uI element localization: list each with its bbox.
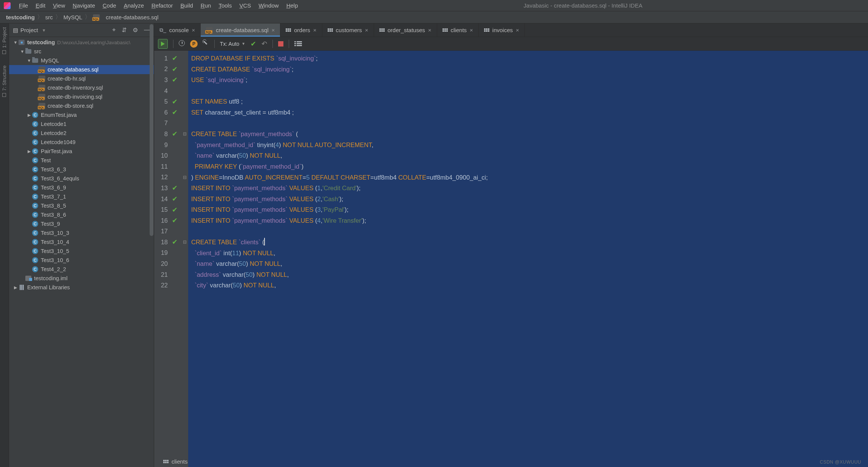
project-tool-tab[interactable]: 1: Project <box>2 27 7 54</box>
chevron-right-icon: 〉 <box>85 13 91 21</box>
tree-file-create-db-store.sql[interactable]: create-db-store.sql <box>9 101 154 110</box>
chevron-down-icon[interactable]: ▼ <box>42 28 46 33</box>
plan-pill[interactable]: P <box>190 40 198 48</box>
tree-class-Leetcode2[interactable]: CLeetcode2 <box>9 129 154 138</box>
tree-file-create-databases.sql[interactable]: create-databases.sql <box>9 65 154 74</box>
menu-tools[interactable]: Tools <box>215 1 235 10</box>
chevron-right-icon: 〉 <box>37 13 43 21</box>
breadcrumb-item[interactable]: src <box>44 14 54 20</box>
status-context: clients <box>163 456 188 466</box>
tab-invoices[interactable]: invoices× <box>479 23 525 37</box>
tree-iml[interactable]: testcoding.iml <box>9 274 154 283</box>
tree-mysql[interactable]: ▼MySQL <box>9 56 154 65</box>
project-tree[interactable]: ▼testcodingD:\wuxu\JaveLearing\Javabasic… <box>9 37 154 467</box>
gear-icon[interactable]: ⚙ <box>133 26 138 34</box>
breadcrumb-file[interactable]: create-databases.sql <box>91 14 160 20</box>
close-icon[interactable]: × <box>516 27 519 33</box>
project-panel-title[interactable]: Project <box>20 27 38 33</box>
tree-class-PairTest.java[interactable]: ▶CPairTest.java <box>9 147 154 156</box>
tree-file-create-db-invoicing.sql[interactable]: create-db-invoicing.sql <box>9 92 154 101</box>
tree-class-Test3_10_3[interactable]: CTest3_10_3 <box>9 228 154 237</box>
tree-external[interactable]: ▶External Libraries <box>9 283 154 292</box>
menu-help[interactable]: Help <box>283 1 302 10</box>
table-icon <box>328 28 333 32</box>
breadcrumb-item[interactable]: MySQL <box>62 14 84 20</box>
close-icon[interactable]: × <box>470 27 473 33</box>
menu-navigate[interactable]: Navigate <box>69 1 99 10</box>
tree-class-Test3_10_5[interactable]: CTest3_10_5 <box>9 247 154 256</box>
console-icon: ⧉_ <box>159 27 166 33</box>
left-tool-tab-strip: 1: Project 7: Structure <box>0 23 9 467</box>
close-icon[interactable]: × <box>428 27 432 33</box>
close-icon[interactable]: × <box>313 27 317 33</box>
breadcrumb: testcoding 〉 src 〉 MySQL 〉 create-databa… <box>0 11 868 23</box>
menu-code[interactable]: Code <box>99 1 120 10</box>
tree-file-create-db-inventory.sql[interactable]: create-db-inventory.sql <box>9 83 154 92</box>
project-view-icon: ▤ <box>13 27 18 34</box>
tx-mode-dropdown[interactable]: Tx: Auto▼ <box>220 41 245 47</box>
tab-order_statuses[interactable]: order_statuses× <box>374 23 437 37</box>
code-lines[interactable]: DROP DATABASE IF EXISTS `sql_invoicing`;… <box>188 51 868 467</box>
breadcrumb-root[interactable]: testcoding <box>5 14 36 20</box>
tab-customers[interactable]: customers× <box>322 23 374 37</box>
rows-icon[interactable] <box>294 41 302 46</box>
close-icon[interactable]: × <box>365 27 368 33</box>
scrollbar[interactable] <box>149 23 154 467</box>
tree-class-Test3_6_4equls[interactable]: CTest3_6_4equls <box>9 174 154 183</box>
menu-refactor[interactable]: Refactor <box>148 1 177 10</box>
history-icon[interactable] <box>179 40 185 47</box>
editor-tabs: ⧉_console×create-databases.sql×orders×cu… <box>154 23 868 37</box>
run-button[interactable] <box>158 39 168 49</box>
rollback-icon[interactable]: ↶ <box>261 40 267 48</box>
structure-tool-tab[interactable]: 7: Structure <box>2 65 7 97</box>
tree-class-Leetcode1049[interactable]: CLeetcode1049 <box>9 138 154 147</box>
tab-orders[interactable]: orders× <box>280 23 322 37</box>
tree-class-Leetcode1[interactable]: CLeetcode1 <box>9 119 154 129</box>
tree-src[interactable]: ▼src <box>9 47 154 56</box>
menu-analyze[interactable]: Analyze <box>120 1 147 10</box>
app-icon <box>4 2 11 9</box>
editor-toolbar: P Tx: Auto▼ ✔ ↶ <box>154 37 868 51</box>
menu-edit[interactable]: Edit <box>32 1 49 10</box>
close-icon[interactable]: × <box>272 27 275 33</box>
tree-class-Test3_8_5[interactable]: CTest3_8_5 <box>9 201 154 210</box>
tree-class-Test4_2_2[interactable]: CTest4_2_2 <box>9 265 154 274</box>
tab-clients[interactable]: clients× <box>437 23 479 37</box>
close-icon[interactable]: × <box>192 27 195 33</box>
tree-class-Test3_6_9[interactable]: CTest3_6_9 <box>9 183 154 192</box>
tab-create-databases.sql[interactable]: create-databases.sql× <box>201 23 280 37</box>
locate-icon[interactable]: ⌖ <box>112 26 116 34</box>
wrench-icon[interactable] <box>203 40 209 47</box>
tree-file-create-db-hr.sql[interactable]: create-db-hr.sql <box>9 74 154 83</box>
tree-class-Test3_7_1[interactable]: CTest3_7_1 <box>9 192 154 201</box>
tab-console[interactable]: ⧉_console× <box>154 23 201 37</box>
menu-view[interactable]: View <box>49 1 69 10</box>
tree-class-Test3_10_4[interactable]: CTest3_10_4 <box>9 237 154 247</box>
fold-strip[interactable]: ⊟⊟⊟ <box>181 51 188 467</box>
sql-file-icon <box>93 14 100 20</box>
collapse-icon[interactable]: ⇵ <box>122 26 127 34</box>
tree-class-Test3_6_3[interactable]: CTest3_6_3 <box>9 165 154 174</box>
table-icon <box>443 28 448 32</box>
tree-root[interactable]: ▼testcodingD:\wuxu\JaveLearing\Javabasic… <box>9 38 154 47</box>
table-icon <box>163 460 169 463</box>
code-editor[interactable]: 1✔2✔3✔45✔6✔78✔910111213✔14✔15✔16✔1718✔19… <box>154 51 868 467</box>
tree-class-Test3_8_6[interactable]: CTest3_8_6 <box>9 210 154 219</box>
menu-window[interactable]: Window <box>255 1 282 10</box>
menu-vcs[interactable]: VCS <box>235 1 255 10</box>
tree-class-Test3_10_6[interactable]: CTest3_10_6 <box>9 256 154 265</box>
tree-class-Test[interactable]: CTest <box>9 156 154 165</box>
table-icon <box>286 28 291 32</box>
stop-icon[interactable] <box>278 41 283 47</box>
tree-class-EnumTest.java[interactable]: ▶CEnumTest.java <box>9 110 154 119</box>
status-context-label: clients <box>172 458 188 465</box>
tree-class-Test3_9[interactable]: CTest3_9 <box>9 219 154 228</box>
menu-run[interactable]: Run <box>197 1 215 10</box>
watermark: CSDN @XUWUUU <box>820 459 861 465</box>
project-panel: ▤Project▼ ⌖ ⇵ ⚙ — ▼testcodingD:\wuxu\Jav… <box>9 23 154 467</box>
sql-file-icon <box>206 27 213 33</box>
window-title: Javabasic - create-databases.sql - Intel… <box>302 2 864 9</box>
commit-icon[interactable]: ✔ <box>251 40 256 48</box>
menu-build[interactable]: Build <box>176 1 196 10</box>
menu-file[interactable]: File <box>15 1 32 10</box>
